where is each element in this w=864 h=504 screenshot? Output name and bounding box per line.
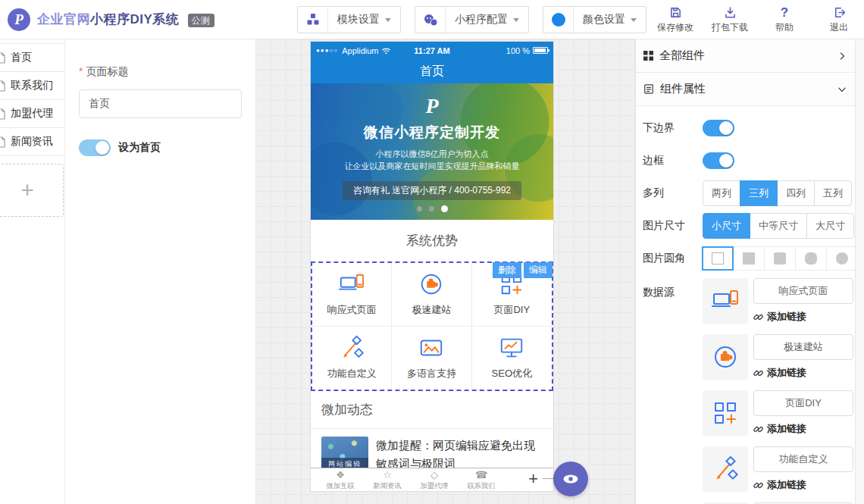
section-title-news: 微加动态 — [311, 391, 553, 429]
chevron-down-icon — [631, 18, 637, 22]
sidebar-item-contact[interactable]: 联系我们 — [0, 71, 64, 100]
tab-home[interactable]: ❖ 微加互联 — [317, 470, 364, 491]
seo-icon — [499, 335, 524, 361]
border-row: 边框 — [643, 148, 855, 174]
columns-option-5[interactable]: 五列 — [814, 180, 852, 206]
phone-status-bar: ●●●○○ Applidium 11:27 AM 100 % — [311, 42, 553, 59]
add-link-button[interactable]: 添加链接 — [753, 422, 853, 436]
chevron-down-icon — [513, 18, 519, 22]
radius-option-circle[interactable] — [826, 246, 855, 271]
bottom-border-toggle[interactable] — [703, 120, 734, 136]
news-item[interactable]: 网站编辑 微加提醒：网页编辑应避免出现敏感词与极限词 — [311, 429, 553, 473]
tab-agency[interactable]: ◇ 加盟代理 — [411, 470, 458, 491]
image-size-label: 图片尺寸 — [643, 219, 703, 233]
save-label: 保存修改 — [657, 21, 693, 34]
page-title-input[interactable] — [79, 89, 242, 118]
tab-contact[interactable]: ☎ 联系我们 — [458, 470, 505, 491]
header-actions: 保存修改 打包下载 ? 帮助 退出 — [656, 5, 858, 34]
speed-build-icon — [418, 271, 444, 297]
battery-icon — [533, 47, 548, 54]
grid-cell-speed[interactable]: 极速建站 — [392, 263, 471, 327]
miniprogram-config-menu[interactable]: 小程序配置 — [415, 6, 529, 33]
datasource-row-custom: 添加链接 — [703, 446, 853, 492]
border-toggle[interactable] — [703, 152, 734, 169]
carousel-dots — [311, 205, 553, 212]
module-settings-menu[interactable]: 模块设置 — [297, 6, 401, 33]
add-page-button[interactable]: + — [0, 164, 64, 217]
radius-option-small[interactable] — [764, 246, 796, 271]
carousel-dot[interactable] — [429, 206, 434, 211]
grid-cell-multilang[interactable]: 多语言支持 — [392, 327, 471, 390]
columns-option-3-selected[interactable]: 三列 — [740, 180, 778, 206]
delete-module-button[interactable]: 删除 — [493, 262, 521, 278]
component-properties-header[interactable]: 组件属性 — [636, 73, 855, 106]
pages-sidebar: 首页 联系我们 加盟代理 新闻资讯 + — [0, 39, 64, 504]
edit-module-button[interactable]: 编辑 — [524, 262, 553, 278]
color-settings-menu[interactable]: 颜色设置 — [543, 6, 646, 33]
sidebar-item-news[interactable]: 新闻资讯 — [0, 127, 64, 156]
speed-build-icon — [703, 334, 748, 380]
radius-option-square[interactable] — [733, 246, 765, 271]
sidebar-item-label: 新闻资讯 — [11, 135, 53, 149]
link-icon — [753, 368, 763, 378]
columns-option-4[interactable]: 四列 — [777, 180, 815, 206]
datasource-title-input[interactable] — [753, 446, 853, 472]
banner-title: 微信小程序定制开发 — [311, 123, 553, 142]
module-settings-label: 模块设置 — [337, 13, 380, 27]
exit-button[interactable]: 退出 — [820, 5, 858, 34]
phone-nav-title: 首页 — [420, 64, 444, 80]
save-button[interactable]: 保存修改 — [656, 5, 694, 34]
module-action-chips: 删除 编辑 — [493, 262, 553, 278]
image-size-small-selected[interactable]: 小尺寸 — [703, 213, 750, 239]
set-home-row: 设为首页 — [79, 139, 242, 156]
beta-badge: 公测 — [188, 14, 214, 27]
image-size-row: 图片尺寸 小尺寸 中等尺寸 大尺寸 — [643, 213, 855, 239]
sidebar-item-agency[interactable]: 加盟代理 — [0, 99, 64, 128]
datasource-title-input[interactable] — [753, 278, 853, 304]
columns-option-2[interactable]: 两列 — [703, 180, 740, 206]
carousel-dot[interactable] — [417, 206, 422, 211]
add-link-button[interactable]: 添加链接 — [753, 310, 853, 324]
preview-eye-button[interactable] — [553, 462, 588, 496]
carousel-dot-active[interactable] — [441, 205, 448, 212]
tabbar-plus-button[interactable]: + — [528, 470, 538, 488]
properties-content: 下边界 边框 多列 两列 三列 四列 五列 图片尺寸 小尺寸 — [636, 106, 855, 504]
datasource-row-diy: 添加链接 — [703, 390, 853, 436]
radius-option-none-selected[interactable] — [702, 246, 734, 271]
link-icon — [753, 312, 763, 322]
component-properties-label: 组件属性 — [660, 82, 706, 96]
image-size-medium[interactable]: 中等尺寸 — [750, 213, 807, 239]
datasource-title-input[interactable] — [753, 390, 853, 416]
sidebar-item-home[interactable]: 首页 — [0, 43, 64, 72]
all-components-header[interactable]: 全部组件 — [636, 39, 855, 73]
grid-cell-custom[interactable]: 功能自定义 — [312, 327, 392, 390]
panel-scrollbar[interactable] — [855, 39, 864, 504]
selected-module[interactable]: 删除 编辑 响应式页面 极速建站 页面DIY 功能自定义 — [311, 261, 553, 391]
datasource-title-input[interactable] — [753, 334, 853, 360]
grid-cell-seo[interactable]: SEO优化 — [472, 327, 552, 390]
radius-option-medium[interactable] — [795, 246, 827, 271]
chevron-right-icon — [837, 51, 847, 61]
properties-list-icon — [643, 83, 654, 95]
download-button[interactable]: 打包下载 — [711, 5, 749, 34]
top-header: P 企业官网小程序DIY系统 公测 模块设置 小程序配置 — [0, 0, 864, 39]
banner-carousel[interactable]: P 微信小程序定制开发 小程序以微信8亿用户为切入点 让企业以及商家在短时间里实… — [311, 83, 553, 220]
help-button[interactable]: ? 帮助 — [765, 5, 803, 34]
columns-segmented: 两列 三列 四列 五列 — [703, 180, 852, 206]
set-home-toggle[interactable] — [79, 139, 111, 156]
tab-news[interactable]: ☆ 新闻资讯 — [364, 470, 411, 491]
feature-grid: 响应式页面 极速建站 页面DIY 功能自定义 多语言支持 — [312, 263, 552, 390]
diamond-icon: ◇ — [430, 470, 438, 481]
section-title-advantages: 系统优势 — [311, 220, 553, 261]
page-icon — [0, 108, 5, 120]
page-settings-panel: *页面标题 设为首页 — [64, 39, 255, 504]
download-icon — [724, 5, 737, 20]
help-icon: ? — [781, 5, 788, 20]
add-link-button[interactable]: 添加链接 — [753, 366, 853, 380]
add-link-button[interactable]: 添加链接 — [753, 478, 853, 492]
sidebar-item-label: 联系我们 — [11, 79, 53, 92]
custom-function-icon — [703, 446, 748, 492]
image-size-large[interactable]: 大尺寸 — [806, 213, 854, 239]
grid-cell-responsive[interactable]: 响应式页面 — [312, 263, 392, 327]
chevron-down-icon — [837, 84, 847, 95]
